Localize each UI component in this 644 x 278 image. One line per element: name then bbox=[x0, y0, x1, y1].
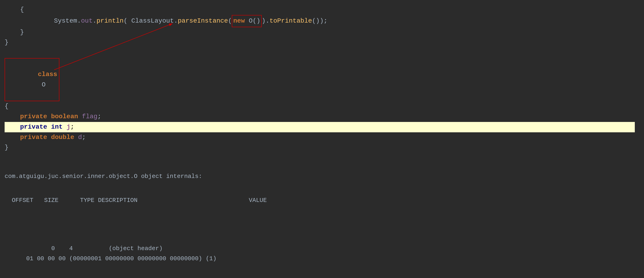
output-title: com.atguigu.juc.senior.inner.object.O ob… bbox=[4, 171, 635, 181]
code-line-class-o: class O bbox=[4, 58, 635, 101]
code-line-d: private double d ; bbox=[4, 132, 635, 143]
code-line: { bbox=[4, 5, 635, 15]
code-line-j: private int j ; bbox=[4, 122, 635, 132]
code-line: } bbox=[4, 143, 635, 153]
output-headers: OFFSET SIZE TYPE DESCRIPTION VALUE bbox=[4, 195, 635, 205]
output-section: com.atguigu.juc.senior.inner.object.O ob… bbox=[4, 158, 635, 278]
code-line: } bbox=[4, 37, 635, 48]
code-line: { bbox=[4, 101, 635, 111]
code-line-empty bbox=[4, 48, 635, 58]
class-o-box: class O bbox=[4, 58, 60, 101]
code-line: } bbox=[4, 27, 635, 38]
main-content: { System . out . println ( ClassLayout .… bbox=[0, 0, 644, 278]
code-line-flag: private boolean flag ; bbox=[4, 111, 635, 122]
new-o-annotation: new O() bbox=[232, 15, 262, 27]
output-row-0: 0 4 (object header) 01 00 00 00 (0000000… bbox=[4, 233, 635, 274]
code-section: { System . out . println ( ClassLayout .… bbox=[4, 5, 635, 153]
code-line-println: System . out . println ( ClassLayout . p… bbox=[4, 15, 635, 27]
